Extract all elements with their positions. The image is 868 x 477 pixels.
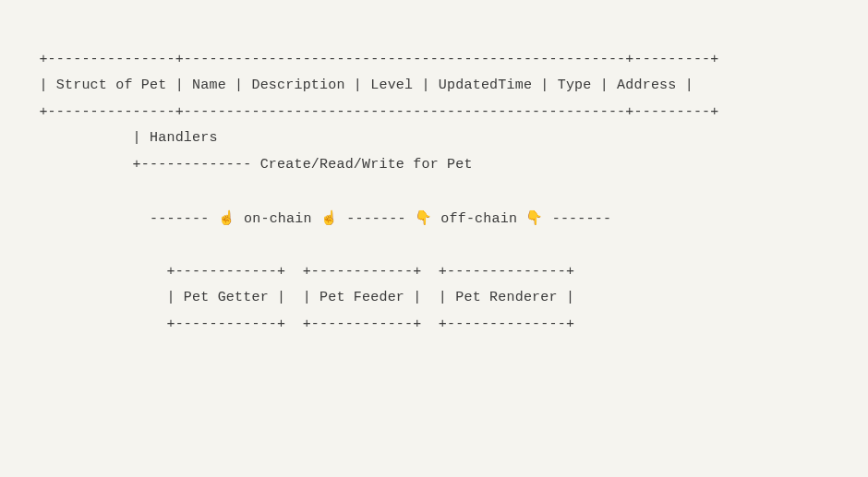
struct-row: | Struct of Pet | Name | Description | L… (22, 78, 693, 93)
ascii-architecture-diagram: +---------------+-----------------------… (0, 0, 868, 375)
point-up-icon: ☝️ (320, 209, 338, 226)
chain-dash-left: ------- (22, 211, 218, 227)
struct-border-bottom: +---------------+-----------------------… (22, 104, 719, 120)
components-border-bottom: +------------+ +------------+ +---------… (22, 316, 574, 332)
chain-dash-right: ------- (544, 211, 612, 227)
chain-dash-mid: ------- (338, 211, 415, 227)
components-border-top: +------------+ +------------+ +---------… (22, 264, 574, 280)
point-up-icon: ☝️ (218, 209, 235, 226)
handlers-line-2: +------------- Create/Read/Write for Pet (22, 157, 473, 173)
components-row: | Pet Getter | | Pet Feeder | | Pet Rend… (22, 290, 574, 305)
handlers-line-1: | Handlers (22, 130, 218, 146)
point-down-icon: 👇 (525, 209, 543, 226)
struct-border-top: +---------------+-----------------------… (22, 52, 719, 67)
on-chain-label: on-chain (235, 211, 320, 227)
point-down-icon: 👇 (415, 209, 432, 226)
off-chain-label: off-chain (432, 211, 525, 227)
